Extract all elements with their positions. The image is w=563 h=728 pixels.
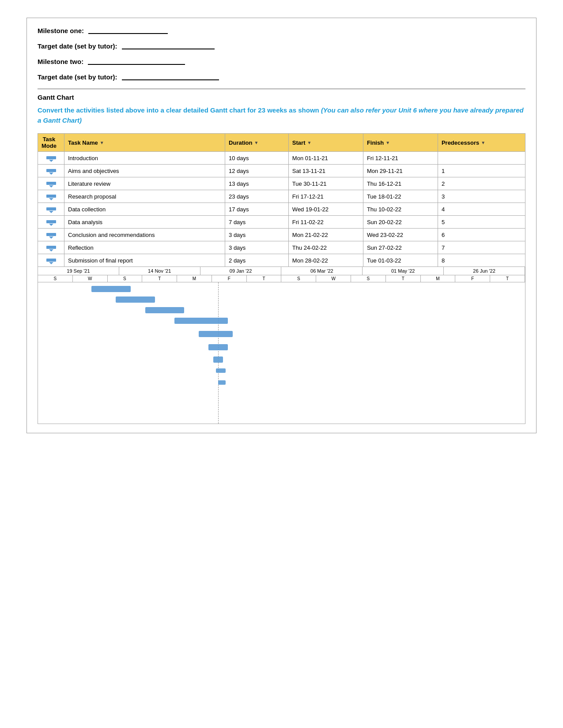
task-mode-icon <box>46 207 56 213</box>
start-cell: Sat 13-11-21 <box>288 165 363 177</box>
timeline-month: 14 Nov '21 <box>119 267 200 275</box>
task-name-sort-icon[interactable]: ▼ <box>100 140 104 145</box>
table-row: Literature review13 daysTue 30-11-21Thu … <box>38 177 525 190</box>
start-cell: Fri 17-12-21 <box>288 190 363 203</box>
task-arrow-icon <box>49 236 53 239</box>
task-name-cell: Literature review <box>64 177 225 190</box>
predecessors-sort-icon[interactable]: ▼ <box>481 140 485 145</box>
timeline-day: W <box>73 275 108 282</box>
finish-cell: Sun 20-02-22 <box>363 216 438 229</box>
table-row: Introduction10 daysMon 01-11-21Fri 12-11… <box>38 152 525 165</box>
timeline-day: M <box>177 275 212 282</box>
gantt-bar <box>145 307 184 313</box>
predecessors-cell: 4 <box>438 203 525 216</box>
timeline-days: SWSTMFTSWSTMFT <box>38 275 525 282</box>
predecessors-cell: 7 <box>438 241 525 254</box>
task-bar-icon <box>46 169 56 172</box>
duration-sort-icon[interactable]: ▼ <box>254 140 259 145</box>
finish-cell: Thu 10-02-22 <box>363 203 438 216</box>
start-cell: Fri 11-02-22 <box>288 216 363 229</box>
task-mode-cell <box>38 241 64 254</box>
finish-cell: Tue 01-03-22 <box>363 254 438 267</box>
task-name-cell: Aims and objectives <box>64 165 225 177</box>
start-sort-icon[interactable]: ▼ <box>307 140 311 145</box>
duration-cell: 7 days <box>225 216 289 229</box>
timeline-month: 06 Mar '22 <box>281 267 363 275</box>
timeline-day: T <box>247 275 282 282</box>
timeline-day: S <box>108 275 143 282</box>
timeline-month: 01 May '22 <box>363 267 444 275</box>
timeline-day: S <box>281 275 316 282</box>
milestone-one-value <box>88 27 168 34</box>
predecessors-cell: 6 <box>438 229 525 241</box>
predecessors-cell: 3 <box>438 190 525 203</box>
task-bar-icon <box>46 156 56 159</box>
gantt-bar <box>208 344 228 350</box>
milestone-one-label: Milestone one: <box>38 27 84 34</box>
gantt-instruction: Convert the activities listed above into… <box>38 105 525 125</box>
gantt-bar <box>199 331 233 337</box>
timeline-month: 19 Sep '21 <box>38 267 119 275</box>
task-name-cell: Reflection <box>64 241 225 254</box>
target-date-one-label: Target date (set by tutor): <box>38 42 117 50</box>
duration-cell: 3 days <box>225 241 289 254</box>
task-mode-cell <box>38 203 64 216</box>
gantt-bar <box>116 296 155 303</box>
gantt-bar <box>213 356 223 363</box>
task-name-cell: Data collection <box>64 203 225 216</box>
task-arrow-icon <box>49 160 53 162</box>
predecessors-cell: 8 <box>438 254 525 267</box>
task-mode-icon <box>46 182 56 188</box>
task-bar-icon <box>46 259 56 262</box>
table-row: Data analysis7 daysFri 11-02-22Sun 20-02… <box>38 216 525 229</box>
milestone-two-value <box>88 58 185 65</box>
task-mode-cell <box>38 254 64 267</box>
table-row: Aims and objectives12 daysSat 13-11-21Mo… <box>38 165 525 177</box>
finish-cell: Mon 29-11-21 <box>363 165 438 177</box>
task-name-cell: Data analysis <box>64 216 225 229</box>
task-arrow-icon <box>49 198 53 200</box>
duration-cell: 17 days <box>225 203 289 216</box>
target-date-one-line: Target date (set by tutor): <box>38 42 525 50</box>
target-date-two-value <box>122 73 219 80</box>
task-name-cell: Introduction <box>64 152 225 165</box>
duration-cell: 3 days <box>225 229 289 241</box>
gantt-chart-heading: Gantt Chart <box>38 94 525 101</box>
task-bar-icon <box>46 233 56 236</box>
duration-cell: 10 days <box>225 152 289 165</box>
gantt-chart-area <box>38 282 525 424</box>
gantt-visual: 19 Sep '2114 Nov '2109 Jan '2206 Mar '22… <box>38 267 525 424</box>
duration-cell: 2 days <box>225 254 289 267</box>
col-header-predecessors: Predecessors ▼ <box>438 134 525 152</box>
task-mode-cell <box>38 190 64 203</box>
timeline-month: 09 Jan '22 <box>200 267 282 275</box>
start-cell: Wed 19-01-22 <box>288 203 363 216</box>
task-mode-cell <box>38 152 64 165</box>
finish-sort-icon[interactable]: ▼ <box>385 140 390 145</box>
target-date-one-value <box>122 42 215 49</box>
task-bar-icon <box>46 220 56 223</box>
task-mode-icon <box>46 169 56 175</box>
table-row: Research proposal23 daysFri 17-12-21Tue … <box>38 190 525 203</box>
timeline-day: T <box>386 275 421 282</box>
gantt-bar <box>174 318 228 324</box>
gantt-bar <box>91 286 130 292</box>
duration-cell: 12 days <box>225 165 289 177</box>
finish-cell: Tue 18-01-22 <box>363 190 438 203</box>
task-arrow-icon <box>49 185 53 188</box>
start-cell: Mon 01-11-21 <box>288 152 363 165</box>
task-mode-icon <box>46 259 56 264</box>
finish-cell: Wed 23-02-22 <box>363 229 438 241</box>
task-arrow-icon <box>49 211 53 213</box>
gantt-bar-small <box>218 380 226 385</box>
today-line <box>218 282 219 424</box>
timeline-day: F <box>455 275 490 282</box>
task-arrow-icon <box>49 249 53 251</box>
timeline-day: M <box>421 275 456 282</box>
task-name-cell: Submission of final report <box>64 254 225 267</box>
timeline-day: W <box>316 275 351 282</box>
col-header-task-mode: TaskMode <box>38 134 64 152</box>
divider <box>38 89 525 89</box>
table-row: Reflection3 daysThu 24-02-22Sun 27-02-22… <box>38 241 525 254</box>
target-date-two-line: Target date (set by tutor): <box>38 73 525 81</box>
